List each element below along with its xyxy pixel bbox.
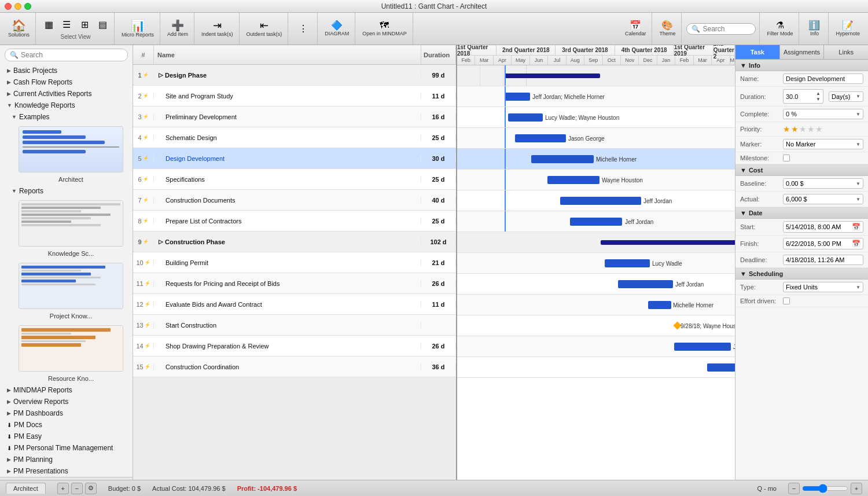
resource-kno-thumb-label[interactable]: Resource Kno...: [14, 374, 128, 384]
task-row[interactable]: 12⚡ Evaluate Bids and Award Contract 11 …: [133, 294, 456, 315]
panel-section-cost-header[interactable]: ▼ Cost: [735, 164, 868, 176]
sidebar-item-examples[interactable]: ▼ Examples: [0, 111, 133, 123]
task-row[interactable]: 13⚡ Start Construction: [133, 315, 456, 336]
toolbar-search-input[interactable]: [703, 25, 751, 33]
calendar-pick-icon[interactable]: 📅: [852, 240, 860, 248]
milestone-checkbox[interactable]: [783, 155, 790, 161]
duration-stepper[interactable]: ▲ ▼: [816, 91, 821, 102]
task-row[interactable]: 8⚡ Prepare List of Contractors 25 d: [133, 211, 456, 232]
knowledge-sc-thumbnail[interactable]: [19, 200, 123, 247]
remove-row-button[interactable]: −: [71, 483, 83, 494]
project-know-thumbnail[interactable]: [19, 263, 123, 309]
info-button[interactable]: ℹ️ Info: [804, 20, 825, 38]
panel-tab-links[interactable]: Links: [824, 45, 868, 59]
panel-duration-input[interactable]: 30.0 ▲ ▼: [783, 89, 823, 104]
panel-baseline-input[interactable]: 0.00 $ ▼: [783, 178, 863, 189]
gantt-row[interactable]: [457, 232, 735, 253]
star-2[interactable]: ★: [791, 124, 799, 134]
sidebar-item-basic-projects[interactable]: ▶ Basic Projects: [0, 65, 133, 76]
zoom-slider[interactable]: [802, 484, 848, 493]
sidebar-item-current-activities[interactable]: ▶ Current Activities Reports: [0, 88, 133, 100]
sidebar-item-cash-flow-reports[interactable]: ▶ Cash Flow Reports: [0, 76, 133, 88]
sidebar-search-input[interactable]: [21, 51, 123, 59]
panel-type-select[interactable]: Fixed Units ▼: [783, 282, 863, 292]
panel-complete-input[interactable]: 0 % ▼: [783, 109, 863, 119]
task-row[interactable]: 5⚡ Design Development 30 d: [133, 148, 456, 169]
task-row[interactable]: 1⚡ ▷ Design Phase 99 d: [133, 65, 456, 86]
task-row[interactable]: 4⚡ Schematic Design 25 d: [133, 127, 456, 148]
sidebar-item-pm-easy[interactable]: ⬇ PM Easy: [0, 431, 133, 442]
task-row[interactable]: 11⚡ Requests for Pricing and Receipt of …: [133, 273, 456, 294]
sidebar-item-pm-presentations[interactable]: ▶ PM Presentations: [0, 465, 133, 477]
task-row[interactable]: 7⚡ Construction Documents 40 d: [133, 190, 456, 211]
panel-tab-task[interactable]: Task: [735, 45, 780, 59]
sidebar-item-knowledge-reports[interactable]: ▼ Knowledge Reports: [0, 100, 133, 111]
indent-button[interactable]: ⇥ Indent task(s): [199, 19, 236, 38]
panel-section-info-header[interactable]: ▼ Info: [735, 60, 868, 71]
panel-name-input[interactable]: Design Development: [783, 74, 863, 84]
hypernote-button[interactable]: 📝 Hypernote: [833, 20, 862, 38]
gantt-row[interactable]: Jeff Jordan; Michelle Horner: [457, 86, 735, 107]
task-row[interactable]: 15⚡ Construction Coordination 36 d: [133, 357, 456, 377]
toolbar-search[interactable]: 🔍: [686, 23, 756, 35]
add-item-button[interactable]: ➕ Add Item: [165, 19, 190, 38]
gantt-row[interactable]: Lucy Wadle: [457, 357, 735, 378]
gantt-row[interactable]: Jeff Jordan: [457, 274, 735, 295]
star-1[interactable]: ★: [783, 124, 790, 134]
task-row[interactable]: 2⚡ Site and Program Study 11 d: [133, 86, 456, 106]
calendar-button[interactable]: 📅 Calendar: [623, 20, 649, 38]
gantt-row[interactable]: Michelle Horner: [457, 295, 735, 315]
only-installed-solutions[interactable]: Only Installed Solutions: [0, 477, 133, 480]
view-btn-4[interactable]: ▤: [94, 18, 111, 31]
star-4[interactable]: ★: [807, 124, 815, 134]
gantt-row[interactable]: Jason George: [457, 336, 735, 357]
view-dropdown-button[interactable]: ⋮: [293, 22, 314, 35]
sidebar-item-pm-planning[interactable]: ▶ PM Planning: [0, 454, 133, 465]
sidebar-item-overview-reports[interactable]: ▶ Overview Reports: [0, 396, 133, 407]
panel-finish-input[interactable]: 6/22/2018, 5:00 PM 📅: [783, 238, 863, 249]
star-5[interactable]: ★: [815, 124, 823, 134]
panel-tab-assignments[interactable]: Assignments: [780, 45, 825, 59]
sidebar-search[interactable]: 🔍: [5, 49, 128, 61]
gantt-row[interactable]: Jason George: [457, 128, 735, 149]
zoom-out-button[interactable]: −: [788, 483, 800, 494]
minimize-button[interactable]: [14, 3, 21, 10]
view-btn-3[interactable]: ⊞: [76, 18, 93, 31]
diagram-button[interactable]: 🔷 DIAGRAM: [322, 20, 351, 38]
panel-actual-input[interactable]: 6,000 $ ▼: [783, 194, 863, 204]
task-row[interactable]: 9⚡ ▷ Construction Phase 102 d: [133, 232, 456, 252]
gantt-row[interactable]: Jeff Jordan: [457, 190, 735, 211]
panel-deadline-input[interactable]: 4/18/2018, 11:26 AM: [783, 255, 863, 265]
outdent-button[interactable]: ⇤ Outdent task(s): [244, 19, 285, 38]
view-btn-2[interactable]: ☰: [58, 18, 75, 31]
effort-driven-checkbox[interactable]: [783, 297, 790, 304]
maximize-button[interactable]: [24, 3, 31, 10]
view-btn-1[interactable]: ▦: [41, 18, 57, 31]
mindmap-button[interactable]: 🗺 Open in MINDMAP: [360, 20, 409, 38]
sidebar-item-reports[interactable]: ▼ Reports: [0, 185, 133, 197]
gantt-row[interactable]: Lucy Wadle: [457, 253, 735, 274]
theme-button[interactable]: 🎨 Theme: [657, 20, 678, 38]
close-button[interactable]: [5, 3, 12, 10]
gantt-row[interactable]: 9/28/18; Wayne Houston: [457, 315, 735, 336]
star-3[interactable]: ★: [799, 124, 807, 134]
architect-thumb-label[interactable]: Architect: [14, 175, 128, 185]
task-row[interactable]: 10⚡ Building Permit 21 d: [133, 252, 456, 273]
solutions-button[interactable]: 🏠 Solutions: [6, 19, 32, 39]
architect-thumbnail[interactable]: [19, 126, 123, 172]
task-row[interactable]: 6⚡ Specifications 25 d: [133, 169, 456, 190]
resource-kno-thumbnail[interactable]: [19, 325, 123, 372]
task-row[interactable]: 3⚡ Preliminary Development 16 d: [133, 106, 456, 127]
gantt-row[interactable]: Michelle Horner: [457, 149, 735, 170]
gantt-row[interactable]: [457, 65, 735, 86]
filter-mode-button[interactable]: ⚗ Filter Mode: [764, 20, 795, 38]
statusbar-tab[interactable]: Architect: [6, 483, 46, 494]
calendar-pick-icon[interactable]: 📅: [852, 223, 860, 231]
sidebar-item-pm-personal-time[interactable]: ⬇ PM Personal Time Management: [0, 442, 133, 454]
settings-button[interactable]: ⚙: [85, 483, 97, 494]
priority-stars[interactable]: ★ ★ ★ ★ ★: [783, 124, 823, 134]
panel-start-input[interactable]: 5/14/2018, 8:00 AM 📅: [783, 221, 863, 233]
project-know-thumb-label[interactable]: Project Know...: [14, 311, 128, 322]
micro-reports-button[interactable]: 📊 Micro Reports: [119, 19, 156, 39]
panel-section-date-header[interactable]: ▼ Date: [735, 207, 868, 219]
